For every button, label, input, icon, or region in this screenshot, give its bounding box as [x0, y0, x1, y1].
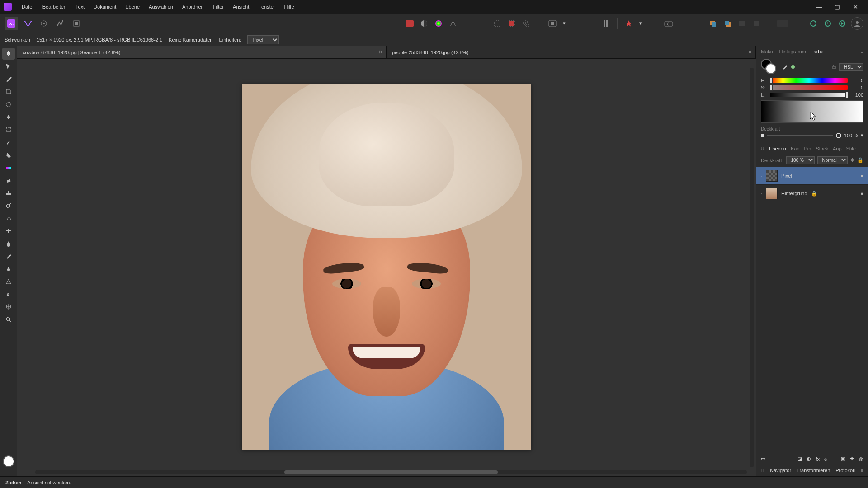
menu-ebene[interactable]: Ebene [121, 1, 144, 12]
marquee-tool-icon[interactable] [2, 124, 15, 136]
shape-tool-icon[interactable] [2, 276, 15, 287]
sync-add-icon[interactable]: + [822, 18, 834, 29]
autocontrast-icon[interactable] [418, 18, 430, 29]
erase-tool-icon[interactable] [2, 174, 15, 186]
live-filter-icon[interactable]: ⌾ [824, 456, 827, 462]
vertical-scrollbar[interactable] [750, 68, 754, 467]
account-icon[interactable] [851, 17, 863, 30]
tone-map-persona-icon[interactable] [53, 17, 67, 30]
doc-tab-1-close-icon[interactable]: ✕ [378, 49, 382, 55]
menu-hilfe[interactable]: Hilfe [280, 1, 299, 12]
horizontal-scrollbar[interactable] [35, 470, 747, 474]
menu-text[interactable]: Text [71, 1, 89, 12]
layer-lock-toggle-icon[interactable]: 🔒 [857, 157, 863, 163]
tab-stile[interactable]: Stile [846, 146, 856, 152]
opacity-dropdown-icon[interactable]: ▾ [861, 132, 863, 138]
layer-hintergrund-visibility-icon[interactable]: ● [860, 191, 863, 196]
delete-layer-icon[interactable]: 🗑 [859, 456, 863, 462]
mesh-tool-icon[interactable] [2, 301, 15, 313]
healing-tool-icon[interactable] [2, 225, 15, 237]
lig-slider[interactable] [770, 93, 848, 97]
adjust-layer-icon[interactable]: ◐ [807, 456, 811, 462]
show-grid-icon[interactable] [600, 18, 612, 29]
tab-stock[interactable]: Stock [816, 146, 828, 152]
selection-brush-tool-icon[interactable] [2, 99, 15, 110]
layer-hintergrund[interactable]: · Hintergrund 🔒 ● [756, 185, 868, 202]
group-layer-icon[interactable]: ▣ [841, 456, 845, 462]
layer-opacity-select[interactable]: 100 % [786, 156, 815, 164]
doc-tab-2[interactable]: people-2583848_1920.jpg (42,8%) ✕ [387, 46, 756, 58]
color-panel-menu-icon[interactable]: ≡ [861, 49, 863, 54]
move-tool-icon[interactable] [2, 61, 15, 72]
layer-pixel[interactable]: · Pixel ● [756, 167, 868, 185]
tab-navigator[interactable]: Navigator [770, 468, 791, 474]
units-select[interactable]: Pixel [247, 35, 279, 44]
maximize-button[interactable]: ▢ [828, 1, 846, 13]
gradient-tool-icon[interactable] [2, 162, 15, 174]
clone-tool-icon[interactable] [2, 187, 15, 199]
tab-makro[interactable]: Makro [761, 49, 775, 54]
tab-kan[interactable]: Kan [791, 146, 800, 152]
paint-brush-tool-icon[interactable] [2, 136, 15, 148]
doc-tab-2-close-icon[interactable]: ✕ [748, 49, 752, 55]
quickmask-dropdown-icon[interactable]: ▾ [561, 18, 567, 29]
bottom-panel-menu-icon[interactable]: ≡ [861, 468, 863, 474]
menu-datei[interactable]: Datei [17, 1, 38, 12]
menu-auswaehlen[interactable]: Auswählen [144, 1, 178, 12]
selection-add-icon[interactable] [506, 18, 518, 29]
colorpicker-tool-icon[interactable] [2, 73, 15, 85]
export-persona-icon[interactable] [70, 17, 83, 30]
inpaint-tool-icon[interactable] [2, 212, 15, 224]
mask-layer-icon[interactable]: ◪ [797, 456, 802, 462]
layer-info-icon[interactable]: ▭ [761, 456, 765, 462]
eyedropper-icon[interactable] [782, 64, 788, 70]
photo-persona-icon[interactable] [5, 17, 18, 30]
lock-color-icon[interactable] [832, 65, 836, 69]
fg-bg-swatch-icon[interactable] [761, 59, 779, 75]
tab-farbe[interactable]: Farbe [811, 49, 824, 54]
flood-select-tool-icon[interactable] [2, 111, 15, 123]
retouch-tool-icon[interactable] [2, 250, 15, 262]
fill-tool-icon[interactable] [2, 149, 15, 161]
autocolor-icon[interactable] [404, 18, 415, 29]
zoom-tool-icon[interactable] [2, 314, 15, 325]
assistant-dropdown-icon[interactable]: ▾ [637, 18, 644, 29]
menu-fenster[interactable]: Fenster [254, 1, 279, 12]
autolevels-icon[interactable] [447, 18, 459, 29]
assistant-icon[interactable] [623, 18, 635, 29]
menu-dokument[interactable]: Dokument [89, 1, 121, 12]
layer-expand-icon[interactable]: · [761, 173, 762, 178]
tab-transformieren[interactable]: Transformieren [797, 468, 830, 474]
layer-fx-icon[interactable]: ✲ [850, 157, 854, 163]
snapshot-icon[interactable] [663, 18, 675, 29]
quickmask-icon[interactable] [547, 18, 558, 29]
pen-tool-icon[interactable] [2, 263, 15, 275]
blend-mode-select[interactable]: Normal [817, 156, 848, 164]
minimize-button[interactable]: — [810, 1, 828, 13]
liquify-persona-icon[interactable] [21, 17, 34, 30]
text-tool-icon[interactable]: A [2, 288, 15, 300]
menu-ansicht[interactable]: Ansicht [228, 1, 254, 12]
tab-pin[interactable]: Pin [804, 146, 811, 152]
selection-new-icon[interactable] [491, 18, 503, 29]
close-button[interactable]: ✕ [846, 1, 864, 13]
sync-go-icon[interactable] [836, 18, 848, 29]
panel-drag-icon[interactable]: ⁞⁞ [761, 146, 764, 152]
pan-tool-icon[interactable] [2, 48, 15, 60]
tab-histogramm[interactable]: Histogramm [779, 49, 806, 54]
layer-expand-icon[interactable]: · [761, 191, 762, 196]
fx-layer-icon[interactable]: fx [816, 456, 820, 462]
develop-persona-icon[interactable] [37, 17, 51, 30]
dodge-tool-icon[interactable] [2, 200, 15, 211]
doc-tab-1[interactable]: cowboy-67630_1920.jpg [Geändert] (42,8%)… [17, 46, 387, 58]
sync-icon[interactable] [807, 18, 819, 29]
panel-drag-icon[interactable]: ⁞⁞ [761, 468, 764, 474]
crop-tool-icon[interactable] [2, 86, 15, 98]
sat-slider[interactable] [770, 85, 848, 90]
tab-protokoll[interactable]: Protokoll [835, 468, 855, 474]
layer-pixel-visibility-icon[interactable]: ● [860, 173, 863, 178]
canvas[interactable] [17, 59, 756, 476]
tab-anp[interactable]: Anp [833, 146, 842, 152]
menu-bearbeiten[interactable]: Bearbeiten [38, 1, 71, 12]
menu-filter[interactable]: Filter [208, 1, 228, 12]
